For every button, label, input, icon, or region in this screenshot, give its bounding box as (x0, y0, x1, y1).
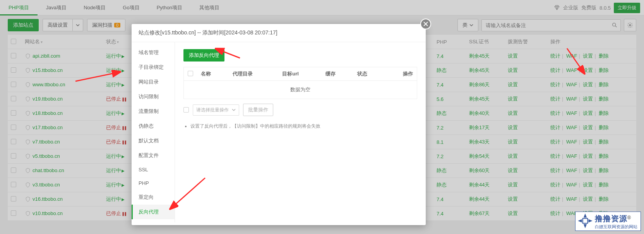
action-waf[interactable]: WAF (566, 153, 577, 159)
action-stat[interactable]: 统计 (550, 53, 560, 59)
status-text[interactable]: 运行中▶ (106, 153, 125, 159)
action-del[interactable]: 删除 (599, 182, 609, 188)
top-tab-1[interactable]: Java项目 (38, 0, 75, 15)
ssl-info-link[interactable]: 剩余40天 (469, 110, 490, 116)
alert-link[interactable]: 设置 (508, 139, 518, 145)
status-text[interactable]: 运行中▶ (106, 196, 125, 202)
action-stat[interactable]: 统计 (550, 153, 560, 159)
status-text[interactable]: 已停止❚❚ (106, 96, 126, 102)
alert-link[interactable]: 设置 (508, 96, 518, 102)
status-text[interactable]: 运行中▶ (106, 182, 125, 188)
bulk-action-button[interactable]: 批量操作 (243, 104, 273, 116)
action-set[interactable]: 设置 (583, 96, 593, 102)
row-checkbox[interactable] (11, 53, 16, 58)
alert-link[interactable]: 设置 (508, 196, 518, 202)
ssl-info-link[interactable]: 剩余17天 (469, 125, 490, 130)
ssl-info-link[interactable]: 剩余60天 (469, 167, 490, 173)
row-checkbox[interactable] (11, 153, 16, 159)
category-filter-button[interactable]: 类 (457, 19, 478, 31)
col-alert[interactable]: 拨测告警 (505, 35, 547, 49)
action-stat[interactable]: 统计 (550, 196, 560, 202)
row-checkbox[interactable] (11, 96, 16, 101)
col-name[interactable]: 网站名▾ (22, 35, 103, 49)
action-stat[interactable]: 统计 (550, 110, 560, 116)
php-version-link[interactable]: 静态 (437, 182, 447, 188)
action-set[interactable]: 设置 (583, 182, 593, 188)
advanced-dropdown-button[interactable] (72, 19, 83, 31)
bulk-checkbox[interactable] (183, 107, 189, 113)
action-stat[interactable]: 统计 (550, 167, 560, 173)
site-name-link[interactable]: api.zibll.com (33, 53, 60, 59)
alert-link[interactable]: 设置 (508, 67, 518, 73)
proxy-select-all-checkbox[interactable] (188, 71, 193, 76)
status-text[interactable]: 运行中▶ (106, 167, 125, 173)
action-del[interactable]: 删除 (599, 53, 609, 59)
site-name-link[interactable]: www.ttbobo.cn (33, 82, 65, 87)
site-name-link[interactable]: v10.ttbobo.cn (33, 210, 63, 216)
site-name-link[interactable]: v3.ttbobo.cn (33, 182, 60, 188)
php-version-link[interactable]: 7.2 (437, 154, 444, 159)
row-checkbox[interactable] (11, 182, 16, 187)
php-version-link[interactable]: 静态 (437, 167, 447, 173)
php-version-link[interactable]: 8.1 (437, 139, 444, 145)
action-set[interactable]: 设置 (583, 196, 593, 202)
action-del[interactable]: 删除 (599, 110, 609, 116)
select-all-checkbox[interactable] (11, 39, 16, 44)
ssl-info-link[interactable]: 剩余45天 (469, 53, 490, 59)
sidebar-item-4[interactable]: 流量限制 (132, 104, 175, 119)
action-stat[interactable]: 统计 (550, 182, 560, 188)
sidebar-item-5[interactable]: 伪静态 (132, 119, 175, 133)
sidebar-item-7[interactable]: 配置文件 (132, 148, 175, 163)
add-site-button[interactable]: 添加站点 (8, 19, 39, 31)
status-text[interactable]: 运行中▶ (106, 110, 125, 116)
status-text[interactable]: 运行中▶ (106, 53, 125, 59)
ssl-info-link[interactable]: 剩余44天 (469, 182, 490, 188)
alert-link[interactable]: 设置 (508, 82, 518, 87)
action-stat[interactable]: 统计 (550, 125, 560, 130)
ssl-info-link[interactable]: 剩余54天 (469, 153, 490, 159)
ssl-info-link[interactable]: 剩余86天 (469, 82, 490, 87)
alert-link[interactable]: 设置 (508, 110, 518, 116)
action-set[interactable]: 设置 (583, 82, 593, 87)
bulk-select[interactable]: 请选择批量操作 (193, 104, 239, 116)
action-waf[interactable]: WAF (566, 167, 577, 173)
site-name-link[interactable]: v7.ttbobo.cn (33, 139, 60, 145)
php-version-link[interactable]: 5.6 (437, 96, 444, 102)
row-checkbox[interactable] (11, 167, 16, 173)
action-del[interactable]: 删除 (599, 196, 609, 202)
action-set[interactable]: 设置 (583, 125, 593, 130)
settings-gear-button[interactable] (624, 19, 636, 31)
action-set[interactable]: 设置 (583, 139, 593, 145)
php-version-link[interactable]: 静态 (437, 67, 447, 73)
top-tab-3[interactable]: Go项目 (114, 0, 148, 15)
action-waf[interactable]: WAF (566, 125, 577, 130)
ssl-info-link[interactable]: 剩余45天 (469, 67, 490, 73)
col-status[interactable]: 状态▾ (103, 35, 130, 49)
top-tab-4[interactable]: Python项目 (148, 0, 191, 15)
action-stat[interactable]: 统计 (550, 82, 560, 87)
top-tab-2[interactable]: Node项目 (75, 0, 114, 15)
alert-link[interactable]: 设置 (508, 53, 518, 59)
php-version-link[interactable]: 7.4 (437, 82, 444, 88)
row-checkbox[interactable] (11, 196, 16, 202)
alert-link[interactable]: 设置 (508, 125, 518, 130)
php-version-link[interactable]: 7.2 (437, 125, 444, 131)
row-checkbox[interactable] (11, 125, 16, 130)
row-checkbox[interactable] (11, 110, 16, 116)
ssl-info-link[interactable]: 剩余67天 (469, 210, 490, 216)
action-del[interactable]: 删除 (599, 139, 609, 145)
top-tab-0[interactable]: PHP项目 (0, 0, 38, 15)
ssl-info-link[interactable]: 剩余44天 (469, 196, 490, 202)
site-name-link[interactable]: v5.ttbobo.cn (33, 153, 60, 159)
action-waf[interactable]: WAF (566, 82, 577, 87)
search-input[interactable] (481, 19, 621, 31)
action-del[interactable]: 删除 (599, 96, 609, 102)
site-name-link[interactable]: v15.ttbobo.cn (33, 67, 63, 73)
ssl-info-link[interactable]: 剩余45天 (469, 96, 490, 102)
row-checkbox[interactable] (11, 82, 16, 87)
alert-link[interactable]: 设置 (508, 210, 518, 216)
php-version-link[interactable]: 静态 (437, 110, 447, 116)
sidebar-item-3[interactable]: 访问限制 (132, 89, 175, 104)
site-name-link[interactable]: v19.ttbobo.cn (33, 96, 63, 102)
action-del[interactable]: 删除 (599, 67, 609, 73)
